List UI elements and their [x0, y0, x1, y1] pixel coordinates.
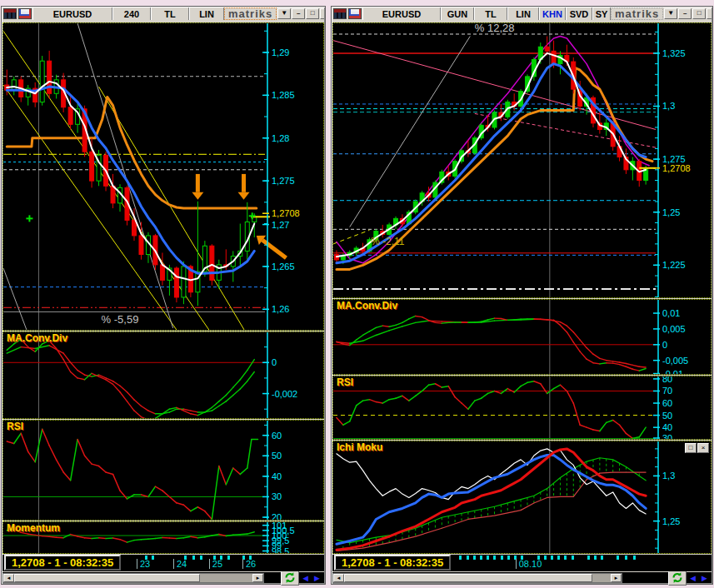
macd-chart[interactable]: 0,010,0050-0,005-0,01: [333, 300, 711, 374]
rsi-chart[interactable]: 6050403020: [3, 421, 323, 520]
svg-text:0: 0: [662, 340, 667, 350]
svg-text:50: 50: [662, 411, 672, 421]
page-left-button[interactable]: ◄: [688, 573, 697, 583]
svg-text:1,25: 1,25: [662, 207, 680, 217]
svg-text:40: 40: [662, 422, 672, 432]
volume-tick: [572, 556, 574, 560]
close-button[interactable]: ×: [320, 8, 324, 19]
scale-field[interactable]: LIN: [189, 7, 224, 20]
scroll-right-button[interactable]: ►: [611, 574, 622, 582]
chart-type-icon[interactable]: [18, 8, 32, 19]
rsi-panel: 6050403020 RSI: [2, 420, 324, 521]
macd-panel: 0,010,0050-0,005-0,01 MA.Conv.Div: [332, 299, 712, 375]
scrollbar-thumb[interactable]: [344, 574, 592, 582]
svg-text:% -5,59: % -5,59: [102, 313, 139, 326]
symbol-field[interactable]: EURUSD: [362, 7, 441, 20]
period-field[interactable]: 240: [112, 7, 151, 20]
macd-chart[interactable]: 0-0,002: [3, 332, 323, 418]
scrollbar-track[interactable]: [14, 574, 252, 582]
svg-text:1,2708: 1,2708: [662, 163, 691, 173]
horizontal-scrollbar[interactable]: ◄ ►: [2, 573, 264, 583]
chart-type-icon[interactable]: [348, 8, 362, 19]
svg-text:30: 30: [662, 433, 672, 439]
scroll-left-button[interactable]: ◄: [333, 574, 344, 582]
quote-board-icon[interactable]: [333, 8, 347, 19]
volume-tick: [601, 556, 603, 560]
rsi-chart[interactable]: 807060504030: [333, 376, 711, 439]
svd-field[interactable]: SVD: [566, 7, 592, 20]
volume-tick: [480, 556, 482, 560]
volume-tick: [594, 556, 597, 560]
maximize-button[interactable]: □: [306, 8, 319, 19]
svg-text:80: 80: [662, 376, 672, 384]
titlebar[interactable]: EURUSD GUN TL LIN KHN SVD SY matriks ▼ –…: [332, 7, 712, 22]
panel-maximize-button[interactable]: □: [685, 443, 697, 453]
svg-text:0,01: 0,01: [662, 308, 680, 318]
matriks-logo: matriks: [224, 7, 277, 20]
momentum-panel: 101100,510099,59998,5 Momentum: [2, 521, 324, 554]
horizontal-scrollbar[interactable]: ◄ ►: [332, 573, 622, 583]
minimize-button[interactable]: –: [292, 8, 305, 19]
volume-tick: [152, 556, 154, 560]
panel-close-button[interactable]: ×: [697, 443, 709, 453]
refresh-button[interactable]: [668, 570, 687, 586]
svg-text:1,225: 1,225: [662, 260, 686, 270]
volume-tick: [493, 556, 496, 560]
price-chart[interactable]: % -5,591,291,2851,281,2751,27081,271,265…: [3, 23, 323, 330]
volume-tick: [633, 556, 636, 560]
svg-text:1,275: 1,275: [272, 176, 295, 186]
dropdown-button[interactable]: ▼: [277, 8, 291, 19]
rsi-panel: 807060504030 RSI: [332, 376, 712, 440]
svg-text:98,5: 98,5: [272, 546, 289, 553]
volume-tick: [501, 556, 503, 560]
svg-text:-0,002: -0,002: [272, 389, 297, 399]
scrollbar-track[interactable]: [344, 574, 611, 582]
scroll-left-button[interactable]: ◄: [3, 574, 14, 582]
titlebar[interactable]: EURUSD 240 TL LIN matriks ▼ – □ ×: [2, 7, 324, 22]
volume-tick: [544, 556, 547, 560]
khn-field[interactable]: KHN: [539, 7, 566, 20]
svg-text:-0,01: -0,01: [662, 369, 683, 374]
svg-text:1,325: 1,325: [662, 48, 686, 58]
svg-text:60: 60: [272, 431, 282, 441]
page-right-button[interactable]: ►: [312, 573, 322, 583]
scroll-row: ◄ ► ◄ ►: [332, 572, 712, 583]
svg-text:1,2708: 1,2708: [272, 208, 300, 218]
volume-tick: [227, 556, 230, 560]
svg-text:% -2,11: % -2,11: [371, 236, 405, 247]
momentum-chart[interactable]: 101100,510099,59998,5: [3, 522, 323, 553]
maximize-button[interactable]: □: [692, 8, 706, 19]
volume-tick: [507, 556, 510, 560]
quote-board-icon[interactable]: [3, 8, 17, 19]
refresh-icon: [670, 571, 685, 584]
page-left-button[interactable]: ◄: [301, 573, 310, 583]
scale-field[interactable]: LIN: [507, 7, 539, 20]
minimize-button[interactable]: –: [678, 8, 692, 19]
svg-text:1,285: 1,285: [272, 90, 295, 100]
volume-tick: [551, 556, 553, 560]
period-field[interactable]: GUN: [441, 7, 474, 20]
quote-box: 1,2708 - 1 - 08:32:35: [4, 555, 121, 571]
svg-text:0: 0: [272, 357, 277, 367]
ichimoku-chart[interactable]: 1,31,25: [333, 441, 711, 553]
scrollbar-thumb[interactable]: [14, 574, 200, 582]
page-right-button[interactable]: ►: [700, 573, 709, 583]
close-button[interactable]: ×: [707, 8, 712, 19]
matriks-logo: matriks: [611, 7, 663, 20]
price-chart[interactable]: % 12,28% -2,111,3251,31,2751,27081,251,2…: [333, 23, 711, 297]
dropdown-button[interactable]: ▼: [664, 8, 677, 19]
macd-panel: 0-0,002 MA.Conv.Div: [2, 331, 324, 419]
svg-text:1,26: 1,26: [272, 304, 289, 314]
price-chart-panel: % 12,28% -2,111,3251,31,2751,27081,251,2…: [332, 22, 712, 298]
svg-text:-0,005: -0,005: [662, 356, 688, 366]
currency-field[interactable]: TL: [474, 7, 507, 20]
sy-field[interactable]: SY: [592, 7, 611, 20]
svg-text:1,3: 1,3: [662, 101, 675, 111]
symbol-field[interactable]: EURUSD: [32, 7, 112, 20]
date-label: 08.10: [516, 559, 542, 569]
refresh-button[interactable]: [281, 570, 299, 586]
scroll-right-button[interactable]: ►: [252, 574, 263, 582]
scroll-row: ◄ ► ◄ ►: [2, 572, 324, 583]
chart-window-eurusd-240: EURUSD 240 TL LIN matriks ▼ – □ × % -5,5…: [1, 6, 326, 585]
currency-field[interactable]: TL: [151, 7, 189, 20]
